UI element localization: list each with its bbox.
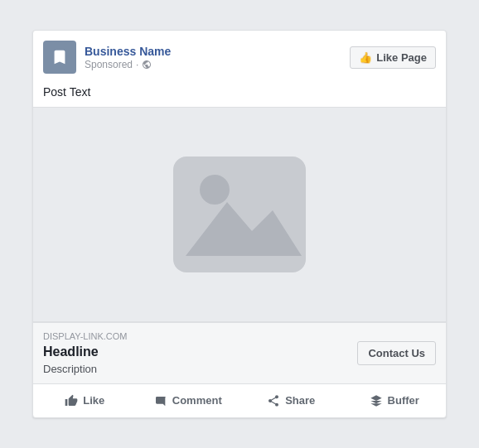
svg-point-2 [200, 175, 230, 205]
actions-bar: Like Comment Share Buffer [33, 383, 446, 417]
facebook-ad-card: Business Name Sponsored · 👍 Like Page Po… [32, 30, 447, 418]
ad-display-link: DISPLAY-LINK.COM [43, 331, 357, 341]
business-name: Business Name [85, 44, 171, 59]
ad-headline: Headline [43, 344, 357, 361]
share-action-button[interactable]: Share [240, 388, 343, 414]
business-info: Business Name Sponsored · [85, 44, 171, 70]
post-text: Post Text [33, 80, 446, 107]
buffer-action-label: Buffer [388, 394, 419, 407]
dot-separator: · [136, 59, 138, 70]
ad-info: DISPLAY-LINK.COM Headline Description [43, 331, 357, 375]
card-header: Business Name Sponsored · 👍 Like Page [33, 31, 446, 80]
ad-footer: DISPLAY-LINK.COM Headline Description Co… [33, 322, 446, 383]
like-action-label: Like [83, 394, 104, 407]
buffer-action-icon [370, 394, 383, 407]
globe-icon [142, 60, 152, 70]
comment-action-icon [154, 394, 167, 407]
ad-description: Description [43, 363, 357, 375]
share-action-icon [267, 394, 280, 407]
comment-action-button[interactable]: Comment [137, 388, 240, 414]
comment-action-label: Comment [172, 394, 222, 407]
buffer-action-button[interactable]: Buffer [343, 388, 447, 414]
like-page-label: Like Page [376, 51, 427, 64]
sponsored-label: Sponsored [85, 59, 133, 70]
header-left: Business Name Sponsored · [43, 41, 171, 74]
share-action-label: Share [285, 394, 315, 407]
sponsored-row: Sponsored · [85, 59, 171, 70]
ad-image-area [33, 107, 446, 322]
avatar [43, 41, 76, 74]
like-action-icon [65, 394, 78, 407]
like-action-button[interactable]: Like [33, 388, 137, 414]
business-logo-icon [51, 48, 69, 66]
contact-us-button[interactable]: Contact Us [357, 341, 436, 365]
image-placeholder [157, 148, 322, 281]
placeholder-image-icon [157, 148, 322, 281]
thumbs-up-icon: 👍 [359, 51, 372, 64]
like-page-button[interactable]: 👍 Like Page [350, 46, 436, 69]
